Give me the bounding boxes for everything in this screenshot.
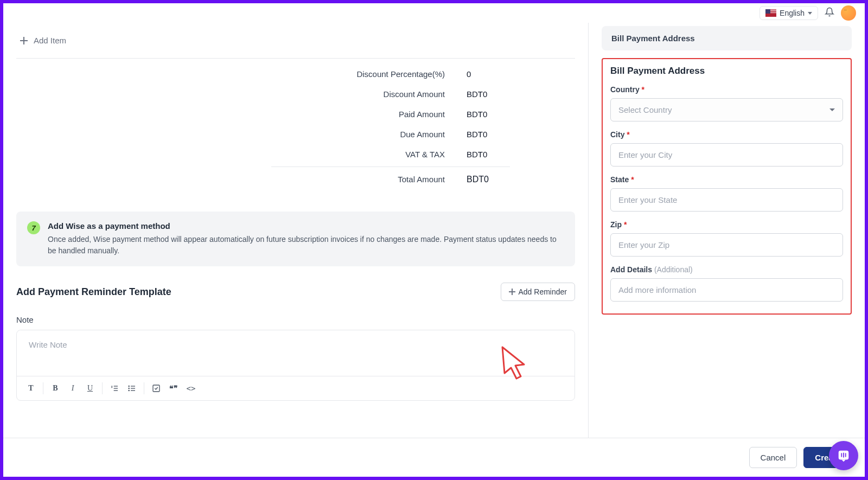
total-amount-label: Total Amount	[271, 175, 467, 184]
add-reminder-button[interactable]: Add Reminder	[501, 283, 576, 301]
wise-title: Add Wise as a payment method	[48, 221, 564, 231]
vat-tax-value: BDT0	[467, 150, 510, 159]
bill-address-section-title: Bill Payment Address	[610, 66, 843, 76]
svg-rect-12	[843, 452, 844, 457]
city-label: City *	[610, 130, 843, 139]
svg-point-7	[129, 388, 129, 388]
flag-us-icon	[765, 9, 776, 17]
add-item-button[interactable]: Add Item	[16, 26, 575, 59]
svg-rect-9	[153, 385, 159, 392]
zip-input[interactable]	[610, 233, 843, 257]
discount-pct-label: Discount Percentage(%)	[271, 69, 467, 79]
reminder-heading: Add Payment Reminder Template	[16, 286, 171, 298]
avatar[interactable]	[841, 5, 856, 21]
details-label: Add Details (Additional)	[610, 265, 843, 274]
note-editor: T B I U	[16, 330, 575, 401]
add-item-label: Add Item	[34, 36, 66, 45]
plus-icon	[509, 289, 515, 295]
state-label: State *	[610, 175, 843, 184]
underline-icon[interactable]: U	[81, 380, 99, 397]
quote-icon[interactable]: ❝❞	[165, 380, 182, 397]
due-amount-label: Due Amount	[271, 130, 467, 139]
state-input[interactable]	[610, 188, 843, 212]
plus-icon	[20, 36, 28, 45]
due-amount-value: BDT0	[467, 130, 510, 139]
country-placeholder: Select Country	[618, 105, 672, 114]
unordered-list-icon[interactable]	[123, 380, 141, 397]
city-input[interactable]	[610, 143, 843, 167]
discount-amount-label: Discount Amount	[271, 89, 467, 99]
wise-description: Once added, Wise payment method will app…	[48, 234, 564, 257]
format-text-icon[interactable]: T	[22, 380, 40, 397]
zip-label: Zip *	[610, 220, 843, 229]
discount-amount-value: BDT0	[467, 89, 510, 99]
notifications-icon[interactable]	[825, 7, 834, 20]
amount-summary: Discount Percentage(%) 0 Discount Amount…	[271, 64, 510, 190]
bold-icon[interactable]: B	[47, 380, 64, 397]
bill-address-panel-title: Bill Payment Address	[611, 34, 842, 43]
vat-tax-label: VAT & TAX	[271, 150, 467, 159]
bill-address-form: Bill Payment Address Country * Select Co…	[602, 58, 852, 315]
svg-rect-13	[845, 453, 846, 457]
language-label: English	[780, 9, 805, 17]
chat-launcher-icon[interactable]	[829, 441, 858, 470]
chevron-down-icon	[829, 108, 835, 111]
country-label: Country *	[610, 85, 843, 94]
svg-rect-11	[841, 453, 842, 457]
add-reminder-label: Add Reminder	[519, 287, 567, 296]
bill-address-collapsed-panel: Bill Payment Address	[602, 26, 852, 50]
country-select[interactable]: Select Country	[610, 98, 843, 121]
discount-pct-value: 0	[467, 69, 510, 79]
checkbox-icon[interactable]	[148, 380, 165, 397]
code-icon[interactable]: <>	[182, 380, 200, 397]
note-input[interactable]	[17, 330, 575, 374]
note-label: Note	[16, 315, 575, 324]
editor-toolbar: T B I U	[17, 376, 575, 400]
chevron-down-icon	[808, 12, 812, 15]
cancel-button[interactable]: Cancel	[749, 447, 797, 468]
svg-point-6	[129, 386, 129, 386]
ordered-list-icon[interactable]	[106, 380, 123, 397]
total-amount-value: BDT0	[467, 175, 510, 184]
svg-point-8	[129, 390, 129, 391]
italic-icon[interactable]: I	[64, 380, 81, 397]
paid-amount-label: Paid Amount	[271, 110, 467, 119]
wise-icon: 7	[27, 221, 40, 234]
paid-amount-value: BDT0	[467, 110, 510, 119]
details-input[interactable]	[610, 278, 843, 302]
language-selector[interactable]: English	[760, 6, 818, 20]
wise-payment-banner[interactable]: 7 Add Wise as a payment method Once adde…	[16, 212, 575, 266]
